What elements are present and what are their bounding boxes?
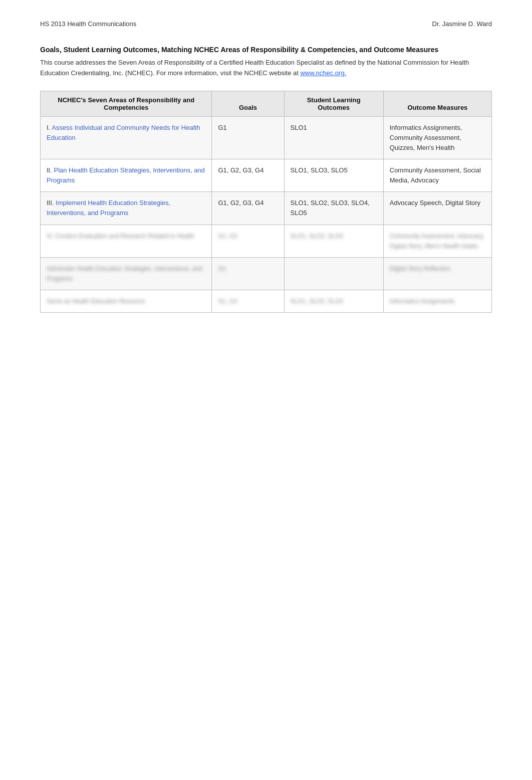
page-header: HS 2013 Health Communications Dr. Jasmin… — [40, 20, 492, 28]
table-cell-outcomes: Digital Story Reflection — [383, 257, 491, 290]
section-body: This course addresses the Seven Areas of… — [40, 58, 492, 79]
table-row: I. Assess Individual and Community Needs… — [41, 116, 492, 159]
table-cell-slos: SLO1, SLO2, SLO3 — [284, 225, 383, 257]
table-cell-goals: G1 — [212, 116, 284, 159]
nchec-link[interactable]: www.nchec.org. — [300, 69, 346, 77]
col-header-areas: NCHEC's Seven Areas of Responsibility an… — [41, 91, 212, 116]
table-cell-goals: G1, G2 — [212, 225, 284, 257]
nchec-table: NCHEC's Seven Areas of Responsibility an… — [40, 91, 492, 313]
table-cell-slos: SLO1 — [284, 116, 383, 159]
table-row: III. Implement Health Education Strategi… — [41, 192, 492, 225]
col-header-outcomes: Outcome Measures — [383, 91, 491, 116]
table-cell-outcomes: Community Assessment, Advocacy, Digital … — [383, 225, 491, 257]
table-cell-slos: SLO1, SLO3, SLO5 — [284, 159, 383, 192]
section-body-text: This course addresses the Seven Areas of… — [40, 59, 469, 77]
col-header-goals: Goals — [212, 91, 284, 116]
table-row: II. Plan Health Education Strategies, In… — [41, 159, 492, 192]
table-cell-slos: SLO1, SLO2, SLO3, SLO4, SLO5 — [284, 192, 383, 225]
table-cell-outcomes: Informatics Assignments — [383, 290, 491, 313]
col-header-slos: Student Learning Outcomes — [284, 91, 383, 116]
table-cell-area: I. Assess Individual and Community Needs… — [41, 116, 212, 159]
table-cell-slos — [284, 257, 383, 290]
table-cell-slos: SLO1, SLO2, SLO3 — [284, 290, 383, 313]
table-row: Administer Health Education Strategies, … — [41, 257, 492, 290]
table-cell-area: II. Plan Health Education Strategies, In… — [41, 159, 212, 192]
table-cell-area: Administer Health Education Strategies, … — [41, 257, 212, 290]
table-cell-goals: G1, G2, G3, G4 — [212, 159, 284, 192]
table-cell-goals: G1, G2, G3, G4 — [212, 192, 284, 225]
table-row: Serve as Health Education ResourceG1, G2… — [41, 290, 492, 313]
table-cell-outcomes: Advocacy Speech, Digital Story — [383, 192, 491, 225]
table-cell-area: III. Implement Health Education Strategi… — [41, 192, 212, 225]
section-title: Goals, Student Learning Outcomes, Matchi… — [40, 46, 492, 54]
table-cell-outcomes: Informatics Assignments, Community Asses… — [383, 116, 491, 159]
table-cell-area: Serve as Health Education Resource — [41, 290, 212, 313]
header-course: HS 2013 Health Communications — [40, 20, 136, 28]
table-cell-goals: G1, G2 — [212, 290, 284, 313]
table-cell-outcomes: Community Assessment, Social Media, Advo… — [383, 159, 491, 192]
page: HS 2013 Health Communications Dr. Jasmin… — [0, 0, 532, 780]
table-cell-goals: G1 — [212, 257, 284, 290]
table-cell-area: IV. Conduct Evaluation and Research Rela… — [41, 225, 212, 257]
header-instructor: Dr. Jasmine D. Ward — [432, 20, 492, 28]
table-row: IV. Conduct Evaluation and Research Rela… — [41, 225, 492, 257]
table-header-row: NCHEC's Seven Areas of Responsibility an… — [41, 91, 492, 116]
